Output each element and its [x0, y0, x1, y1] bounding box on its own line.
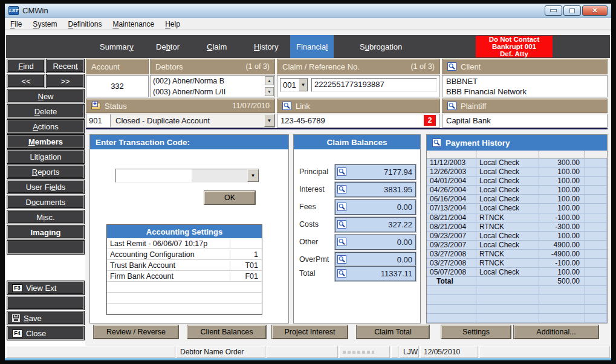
sidebar-button-documents[interactable]: Documents [7, 195, 84, 209]
tab-subrogation[interactable]: Subrogation [354, 35, 408, 58]
sidebar-button-recent[interactable]: Recent [47, 59, 84, 73]
link-lookup-icon[interactable] [282, 102, 291, 110]
tab-debtor[interactable]: Debtor [150, 35, 186, 58]
scroll-down-icon[interactable]: ▼ [265, 87, 274, 96]
debtors-list[interactable]: (002) Abner/Norma B (003) Abner/Norm L/I… [150, 75, 275, 97]
additional-button[interactable]: Additional... [514, 325, 598, 339]
payment-history-row[interactable]: 05/07/2008Local Check100.00 [427, 268, 607, 277]
balance-field: 0.00 [335, 252, 416, 267]
balance-lookup-icon[interactable] [337, 220, 346, 229]
payment-history-row[interactable]: 03/27/2008RTNCK-100.00 [427, 259, 607, 268]
tab-financial[interactable]: Financial [290, 35, 334, 58]
menu-item-help[interactable]: Help [160, 19, 186, 30]
client-value: BBBNET BBB Financial Network [442, 75, 608, 97]
payment-date [427, 305, 476, 314]
payment-history-row[interactable]: 12/26/2003Local Check100.00 [427, 167, 607, 177]
balance-lookup-icon[interactable] [337, 255, 346, 264]
sidebar-button-litigation[interactable]: Litigation [7, 150, 84, 163]
app-icon: LST [8, 6, 19, 15]
plaintiff-lookup-icon[interactable] [447, 102, 456, 110]
claim-seq-dropdown[interactable]: 001 ▼ [280, 78, 308, 92]
transaction-code-input[interactable] [116, 169, 192, 182]
sidebar-button-misc[interactable]: Misc. [7, 210, 84, 224]
menu-item-definitions[interactable]: Definitions [62, 19, 107, 30]
payment-history-row[interactable]: 11/12/2003Local Check300.00 [427, 158, 607, 167]
minimize-button[interactable] [545, 5, 562, 16]
status-code-field[interactable]: 901 [86, 114, 111, 127]
review-reverse-button[interactable]: Review / Reverse [94, 325, 178, 339]
sidebar-button-members[interactable]: Members [7, 135, 84, 148]
balance-label: Interest [299, 185, 335, 193]
project-interest-button[interactable]: Project Interest [272, 325, 348, 339]
payment-history-row[interactable]: 04/01/2004Local Check100.00 [427, 177, 607, 186]
payment-history-lookup-icon[interactable] [432, 138, 441, 147]
close-button[interactable]: ✕ [582, 5, 608, 16]
sidebar-button-viewext[interactable]: F3View Ext [7, 281, 84, 294]
balance-lookup-icon[interactable] [337, 203, 346, 211]
chevron-down-icon[interactable]: ▼ [264, 114, 274, 127]
sidebar-button-actions[interactable]: Actions [7, 120, 84, 133]
balance-lookup-icon[interactable] [337, 238, 346, 246]
sidebar-button-[interactable]: >> [47, 74, 84, 88]
balance-lookup-icon[interactable] [337, 269, 346, 278]
claim-total-button[interactable]: Claim Total [357, 325, 429, 339]
transaction-code-combobox[interactable]: ▼ [115, 169, 259, 183]
payment-history-row[interactable] [427, 305, 607, 314]
sidebar-button-delete[interactable]: Delete [7, 105, 84, 118]
chevron-down-icon[interactable]: ▼ [299, 79, 308, 91]
payment-extra-cell [585, 305, 607, 314]
sidebar-button-reports[interactable]: Reports [7, 165, 84, 178]
client-lookup-icon[interactable] [447, 62, 456, 71]
sidebar-button-save[interactable]: Save [7, 311, 84, 325]
claim-balance-row-total: Total11337.11 [299, 265, 416, 281]
sidebar-button-stack: NewDeleteActionsMembersLitigationReports… [6, 89, 85, 239]
sidebar-button-new[interactable]: New [7, 89, 84, 103]
debtor-list-item[interactable]: (002) Abner/Norma B [151, 76, 274, 86]
menu-item-file[interactable]: File [5, 19, 27, 30]
payment-history-row[interactable] [427, 295, 607, 304]
folder-plus-icon[interactable]: + [91, 103, 100, 109]
payment-history-row[interactable]: 09/23/2007Local Check4900.00 [427, 241, 607, 250]
payment-history-row[interactable]: 06/16/2004Local Check100.00 [427, 195, 607, 204]
ok-button[interactable]: OK [204, 191, 255, 204]
maximize-button[interactable] [563, 5, 581, 16]
menu-bar: FileSystemDefinitionsMaintenanceHelp [5, 18, 611, 30]
settings-button[interactable]: Settings [441, 325, 511, 339]
chevron-down-icon[interactable]: ▼ [247, 169, 259, 182]
sidebar-button-close[interactable]: F4Close [7, 327, 84, 340]
payment-date: 09/23/2007 [427, 232, 476, 241]
balance-lookup-icon[interactable] [337, 167, 346, 176]
tab-claim[interactable]: Claim [201, 35, 233, 58]
payment-history-row[interactable]: 04/26/2004Local Check100.00 [427, 186, 607, 195]
payment-extra-cell [585, 223, 607, 232]
payment-date: 04/26/2004 [427, 186, 476, 195]
menu-item-maintenance[interactable]: Maintenance [107, 19, 160, 30]
sidebar-button-imaging[interactable]: Imaging [7, 226, 84, 239]
tab-history[interactable]: History [248, 35, 284, 58]
sidebar-button-[interactable]: << [7, 74, 45, 88]
client-balances-button[interactable]: Client Balances [187, 325, 266, 339]
payment-history-row[interactable]: 03/27/2008RTNCK-4900.00 [427, 250, 607, 259]
payment-history-row[interactable]: 07/13/2004Local Check100.00 [427, 204, 607, 213]
payment-history-row[interactable]: 08/21/2004RTNCK-100.00 [427, 213, 607, 223]
menu-item-system[interactable]: System [27, 19, 62, 30]
scroll-up-icon[interactable]: ▲ [265, 76, 274, 85]
claim-reference-input[interactable]: 2222551773193887 [311, 78, 437, 92]
accounting-setting-row [107, 293, 262, 304]
tab-summary[interactable]: Summary [94, 35, 140, 58]
payment-amount: 100.00 [539, 177, 585, 186]
debtor-list-item[interactable]: (003) Abner/Norm L/II [151, 86, 274, 97]
f3-key-icon: F3 [12, 284, 22, 292]
payment-date: 08/21/2004 [427, 223, 476, 232]
sidebar-button-userfields[interactable]: User Fields [7, 180, 84, 193]
payment-amount: 100.00 [539, 195, 585, 204]
status-select[interactable]: Closed - Duplicate Account [111, 114, 264, 127]
payment-history-row[interactable]: 08/21/2004RTNCK-300.00 [427, 223, 607, 232]
payment-history-row[interactable] [427, 286, 607, 295]
payment-date [427, 295, 476, 304]
sidebar-button-find[interactable]: Find [7, 59, 45, 73]
window-bottom-edge [5, 358, 611, 360]
balance-lookup-icon[interactable] [337, 185, 346, 193]
payment-history-row[interactable] [427, 314, 607, 323]
payment-history-row[interactable]: 09/23/2007Local Check100.00 [427, 232, 607, 241]
